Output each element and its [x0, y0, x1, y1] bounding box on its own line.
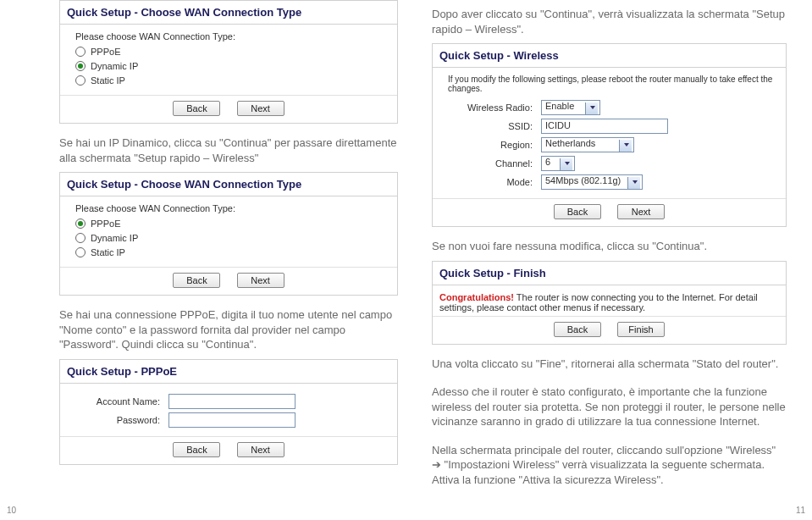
select-value: Netherlands: [545, 138, 595, 148]
radio-option-pppoe[interactable]: PPPoE: [75, 47, 389, 57]
chevron-down-icon: [565, 162, 570, 165]
panel-wan-type-pppoe: Quick Setup - Choose WAN Connection Type…: [59, 172, 398, 296]
password-input[interactable]: [168, 412, 296, 428]
radio-option-static-ip[interactable]: Static IP: [75, 75, 389, 86]
radio-icon: [75, 233, 86, 243]
radio-label: Dynamic IP: [91, 61, 138, 71]
region-label: Region:: [448, 140, 541, 150]
finish-button[interactable]: Finish: [617, 322, 665, 337]
radio-option-dynamic-ip[interactable]: Dynamic IP: [75, 233, 389, 243]
panel-wireless: Quick Setup - Wireless If you modify the…: [432, 43, 787, 227]
radio-icon: [75, 47, 86, 57]
radio-label: Static IP: [91, 75, 125, 86]
account-name-input[interactable]: [168, 394, 296, 409]
prose-no-modify: Se non vuoi fare nessuna modifica, clicc…: [432, 239, 787, 254]
radio-icon: [75, 219, 86, 229]
prose-finish-return: Una volta cliccato su "Fine", ritornerai…: [432, 357, 787, 372]
prose-protect-wireless: Adesso che il router è stato configurato…: [432, 384, 787, 429]
radio-icon: [75, 61, 86, 71]
select-value: 6: [545, 157, 550, 167]
panel-wan-type-dynamic: Quick Setup - Choose WAN Connection Type…: [59, 0, 398, 124]
back-button[interactable]: Back: [173, 101, 220, 116]
back-button[interactable]: Back: [554, 322, 601, 337]
mode-label: Mode:: [448, 177, 541, 187]
select-value: 54Mbps (802.11g): [545, 175, 621, 185]
prose-wireless-intro: Dopo aver cliccato su "Continua", verrà …: [432, 7, 787, 36]
chevron-down-icon: [624, 143, 629, 147]
wireless-radio-label: Wireless Radio:: [448, 102, 541, 113]
prose-wireless-settings: Nella schermata principale del router, c…: [432, 443, 787, 488]
radio-option-pppoe[interactable]: PPPoE: [75, 219, 389, 229]
prose-dynamic-ip: Se hai un IP Dinamico, clicca su "Contin…: [59, 136, 398, 165]
finish-message: Congratulations! The router is now conne…: [433, 285, 786, 316]
radio-option-dynamic-ip[interactable]: Dynamic IP: [75, 61, 389, 71]
mode-select[interactable]: 54Mbps (802.11g): [541, 174, 643, 190]
chevron-down-icon: [590, 106, 595, 109]
channel-select[interactable]: 6: [541, 156, 575, 171]
password-label: Password:: [75, 415, 168, 425]
panel-finish: Quick Setup - Finish Congratulations! Th…: [432, 261, 787, 345]
page-number-right: 11: [796, 506, 805, 515]
panel-title: Quick Setup - Wireless: [433, 44, 786, 68]
panel-title: Quick Setup - Choose WAN Connection Type: [60, 1, 397, 25]
radio-label: Dynamic IP: [91, 233, 138, 243]
panel-pppoe-credentials: Quick Setup - PPPoE Account Name: Passwo…: [59, 359, 398, 465]
page-number-left: 10: [7, 506, 16, 515]
back-button[interactable]: Back: [173, 442, 220, 457]
next-button[interactable]: Next: [617, 204, 665, 219]
ssid-label: SSID:: [448, 121, 541, 131]
next-button[interactable]: Next: [237, 273, 284, 288]
wireless-radio-select[interactable]: Enable: [541, 100, 600, 115]
back-button[interactable]: Back: [554, 204, 601, 219]
radio-icon: [75, 75, 86, 86]
radio-icon: [75, 247, 86, 257]
wireless-reboot-note: If you modify the following settings, pl…: [448, 75, 777, 93]
prose-pppoe: Se hai una connessione PPPoE, digita il …: [59, 307, 398, 352]
select-value: Enable: [545, 101, 574, 111]
panel-title: Quick Setup - Finish: [433, 262, 786, 285]
region-select[interactable]: Netherlands: [541, 137, 634, 152]
wan-prompt: Please choose WAN Connection Type:: [75, 203, 389, 213]
panel-title: Quick Setup - Choose WAN Connection Type: [60, 173, 397, 196]
panel-title: Quick Setup - PPPoE: [60, 360, 397, 384]
account-name-label: Account Name:: [75, 396, 168, 407]
channel-label: Channel:: [448, 158, 541, 169]
ssid-input[interactable]: ICIDU: [541, 119, 668, 134]
wan-prompt: Please choose WAN Connection Type:: [75, 31, 389, 41]
congrats-bold: Congratulations!: [439, 292, 514, 302]
back-button[interactable]: Back: [173, 273, 220, 288]
chevron-down-icon: [632, 180, 638, 184]
next-button[interactable]: Next: [237, 442, 284, 457]
radio-label: PPPoE: [91, 219, 120, 229]
next-button[interactable]: Next: [237, 101, 284, 116]
radio-label: PPPoE: [91, 47, 120, 57]
radio-option-static-ip[interactable]: Static IP: [75, 247, 389, 257]
radio-label: Static IP: [91, 247, 125, 257]
